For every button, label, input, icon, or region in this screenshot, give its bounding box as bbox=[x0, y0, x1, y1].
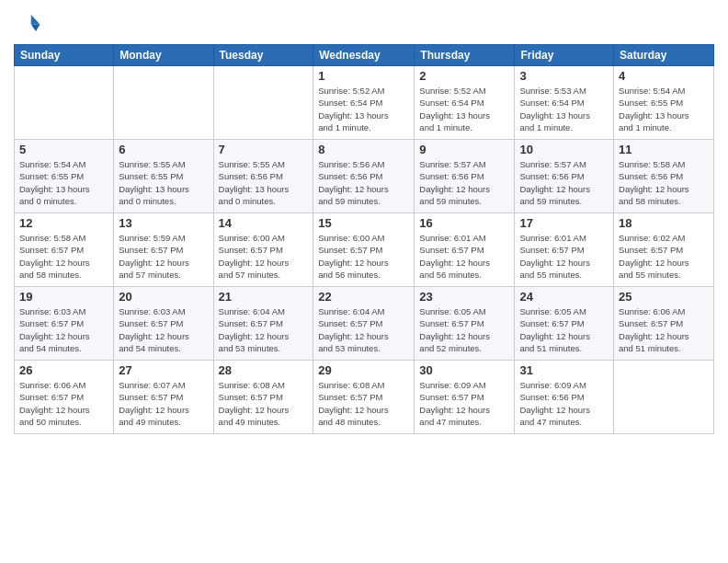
day-number: 17 bbox=[519, 216, 609, 230]
day-number: 19 bbox=[19, 290, 108, 304]
calendar-cell: 27Sunrise: 6:07 AM Sunset: 6:57 PM Dayli… bbox=[114, 361, 213, 434]
day-number: 30 bbox=[419, 363, 509, 377]
day-number: 7 bbox=[219, 143, 309, 156]
day-number: 14 bbox=[219, 216, 309, 230]
day-number: 15 bbox=[318, 216, 409, 230]
day-info: Sunrise: 5:54 AM Sunset: 6:55 PM Dayligh… bbox=[619, 85, 709, 133]
day-info: Sunrise: 6:09 AM Sunset: 6:57 PM Dayligh… bbox=[419, 379, 509, 428]
calendar-cell: 26Sunrise: 6:06 AM Sunset: 6:57 PM Dayli… bbox=[15, 361, 114, 434]
week-row-3: 12Sunrise: 5:58 AM Sunset: 6:57 PM Dayli… bbox=[15, 213, 714, 287]
day-info: Sunrise: 6:05 AM Sunset: 6:57 PM Dayligh… bbox=[519, 305, 609, 354]
calendar-cell: 19Sunrise: 6:03 AM Sunset: 6:57 PM Dayli… bbox=[15, 287, 114, 361]
logo-icon bbox=[14, 9, 41, 37]
day-info: Sunrise: 6:05 AM Sunset: 6:57 PM Dayligh… bbox=[419, 305, 509, 354]
calendar-cell: 21Sunrise: 6:04 AM Sunset: 6:57 PM Dayli… bbox=[213, 287, 313, 361]
day-number: 9 bbox=[419, 143, 509, 156]
calendar-cell: 25Sunrise: 6:06 AM Sunset: 6:57 PM Dayli… bbox=[614, 287, 714, 361]
calendar-cell: 4Sunrise: 5:54 AM Sunset: 6:55 PM Daylig… bbox=[614, 66, 714, 140]
svg-marker-0 bbox=[31, 15, 40, 25]
calendar-cell: 18Sunrise: 6:02 AM Sunset: 6:57 PM Dayli… bbox=[614, 213, 714, 287]
day-info: Sunrise: 6:04 AM Sunset: 6:57 PM Dayligh… bbox=[219, 305, 309, 354]
day-info: Sunrise: 5:52 AM Sunset: 6:54 PM Dayligh… bbox=[318, 85, 409, 133]
day-info: Sunrise: 5:52 AM Sunset: 6:54 PM Dayligh… bbox=[419, 85, 509, 133]
day-number: 23 bbox=[419, 290, 509, 304]
day-info: Sunrise: 5:59 AM Sunset: 6:57 PM Dayligh… bbox=[119, 232, 208, 281]
week-row-5: 26Sunrise: 6:06 AM Sunset: 6:57 PM Dayli… bbox=[15, 361, 714, 434]
day-info: Sunrise: 6:01 AM Sunset: 6:57 PM Dayligh… bbox=[519, 232, 609, 281]
day-number: 11 bbox=[619, 143, 709, 156]
day-info: Sunrise: 5:55 AM Sunset: 6:55 PM Dayligh… bbox=[119, 158, 208, 207]
calendar-cell: 9Sunrise: 5:57 AM Sunset: 6:56 PM Daylig… bbox=[415, 140, 515, 213]
week-row-1: 1Sunrise: 5:52 AM Sunset: 6:54 PM Daylig… bbox=[15, 66, 714, 140]
day-info: Sunrise: 6:04 AM Sunset: 6:57 PM Dayligh… bbox=[318, 305, 409, 354]
day-number: 24 bbox=[519, 290, 609, 304]
calendar-cell: 29Sunrise: 6:08 AM Sunset: 6:57 PM Dayli… bbox=[313, 361, 415, 434]
day-info: Sunrise: 5:55 AM Sunset: 6:56 PM Dayligh… bbox=[219, 158, 309, 207]
weekday-thursday: Thursday bbox=[415, 45, 515, 66]
weekday-wednesday: Wednesday bbox=[313, 45, 415, 66]
day-info: Sunrise: 5:58 AM Sunset: 6:57 PM Dayligh… bbox=[19, 232, 108, 281]
week-row-4: 19Sunrise: 6:03 AM Sunset: 6:57 PM Dayli… bbox=[15, 287, 714, 361]
day-info: Sunrise: 6:00 AM Sunset: 6:57 PM Dayligh… bbox=[219, 232, 309, 281]
day-info: Sunrise: 6:02 AM Sunset: 6:57 PM Dayligh… bbox=[619, 232, 709, 281]
day-number: 6 bbox=[119, 143, 208, 156]
day-number: 16 bbox=[419, 216, 509, 230]
calendar-cell: 24Sunrise: 6:05 AM Sunset: 6:57 PM Dayli… bbox=[515, 287, 614, 361]
calendar-cell: 1Sunrise: 5:52 AM Sunset: 6:54 PM Daylig… bbox=[313, 66, 415, 140]
calendar-cell: 8Sunrise: 5:56 AM Sunset: 6:56 PM Daylig… bbox=[313, 140, 415, 213]
day-info: Sunrise: 5:58 AM Sunset: 6:56 PM Dayligh… bbox=[619, 158, 709, 207]
day-number: 26 bbox=[19, 363, 108, 377]
day-info: Sunrise: 6:00 AM Sunset: 6:57 PM Dayligh… bbox=[318, 232, 409, 281]
calendar-cell: 12Sunrise: 5:58 AM Sunset: 6:57 PM Dayli… bbox=[15, 213, 114, 287]
day-info: Sunrise: 6:06 AM Sunset: 6:57 PM Dayligh… bbox=[19, 379, 108, 428]
day-number: 8 bbox=[318, 143, 409, 156]
day-number: 21 bbox=[219, 290, 309, 304]
calendar-cell: 17Sunrise: 6:01 AM Sunset: 6:57 PM Dayli… bbox=[515, 213, 614, 287]
calendar-cell: 5Sunrise: 5:54 AM Sunset: 6:55 PM Daylig… bbox=[15, 140, 114, 213]
calendar-cell: 16Sunrise: 6:01 AM Sunset: 6:57 PM Dayli… bbox=[415, 213, 515, 287]
day-info: Sunrise: 6:09 AM Sunset: 6:56 PM Dayligh… bbox=[519, 379, 609, 428]
weekday-tuesday: Tuesday bbox=[213, 45, 313, 66]
day-number: 22 bbox=[318, 290, 409, 304]
day-number: 10 bbox=[519, 143, 609, 156]
calendar-cell bbox=[614, 361, 714, 434]
day-number: 29 bbox=[318, 363, 409, 377]
day-info: Sunrise: 6:03 AM Sunset: 6:57 PM Dayligh… bbox=[119, 305, 208, 354]
day-info: Sunrise: 6:08 AM Sunset: 6:57 PM Dayligh… bbox=[318, 379, 409, 428]
svg-marker-1 bbox=[31, 25, 40, 32]
day-number: 25 bbox=[619, 290, 709, 304]
calendar: SundayMondayTuesdayWednesdayThursdayFrid… bbox=[14, 44, 714, 434]
calendar-cell: 6Sunrise: 5:55 AM Sunset: 6:55 PM Daylig… bbox=[114, 140, 213, 213]
calendar-cell: 13Sunrise: 5:59 AM Sunset: 6:57 PM Dayli… bbox=[114, 213, 213, 287]
page: SundayMondayTuesdayWednesdayThursdayFrid… bbox=[0, 0, 728, 563]
day-number: 28 bbox=[219, 363, 309, 377]
day-number: 20 bbox=[119, 290, 208, 304]
day-number: 27 bbox=[119, 363, 208, 377]
day-number: 5 bbox=[19, 143, 108, 156]
day-info: Sunrise: 6:07 AM Sunset: 6:57 PM Dayligh… bbox=[119, 379, 208, 428]
day-info: Sunrise: 6:01 AM Sunset: 6:57 PM Dayligh… bbox=[419, 232, 509, 281]
day-info: Sunrise: 5:56 AM Sunset: 6:56 PM Dayligh… bbox=[318, 158, 409, 207]
calendar-cell: 10Sunrise: 5:57 AM Sunset: 6:56 PM Dayli… bbox=[515, 140, 614, 213]
calendar-cell: 22Sunrise: 6:04 AM Sunset: 6:57 PM Dayli… bbox=[313, 287, 415, 361]
day-number: 2 bbox=[419, 69, 509, 83]
day-info: Sunrise: 5:54 AM Sunset: 6:55 PM Dayligh… bbox=[19, 158, 108, 207]
day-number: 3 bbox=[519, 69, 609, 83]
weekday-friday: Friday bbox=[515, 45, 614, 66]
day-info: Sunrise: 6:03 AM Sunset: 6:57 PM Dayligh… bbox=[19, 305, 108, 354]
day-info: Sunrise: 6:06 AM Sunset: 6:57 PM Dayligh… bbox=[619, 305, 709, 354]
calendar-cell: 2Sunrise: 5:52 AM Sunset: 6:54 PM Daylig… bbox=[415, 66, 515, 140]
weekday-saturday: Saturday bbox=[614, 45, 714, 66]
day-number: 18 bbox=[619, 216, 709, 230]
day-info: Sunrise: 5:57 AM Sunset: 6:56 PM Dayligh… bbox=[419, 158, 509, 207]
weekday-header-row: SundayMondayTuesdayWednesdayThursdayFrid… bbox=[15, 45, 714, 66]
day-info: Sunrise: 5:53 AM Sunset: 6:54 PM Dayligh… bbox=[519, 85, 609, 133]
day-number: 1 bbox=[318, 69, 409, 83]
calendar-cell: 28Sunrise: 6:08 AM Sunset: 6:57 PM Dayli… bbox=[213, 361, 313, 434]
day-number: 4 bbox=[619, 69, 709, 83]
day-info: Sunrise: 6:08 AM Sunset: 6:57 PM Dayligh… bbox=[219, 379, 309, 428]
calendar-cell: 14Sunrise: 6:00 AM Sunset: 6:57 PM Dayli… bbox=[213, 213, 313, 287]
calendar-cell: 11Sunrise: 5:58 AM Sunset: 6:56 PM Dayli… bbox=[614, 140, 714, 213]
day-number: 13 bbox=[119, 216, 208, 230]
header bbox=[14, 9, 714, 37]
